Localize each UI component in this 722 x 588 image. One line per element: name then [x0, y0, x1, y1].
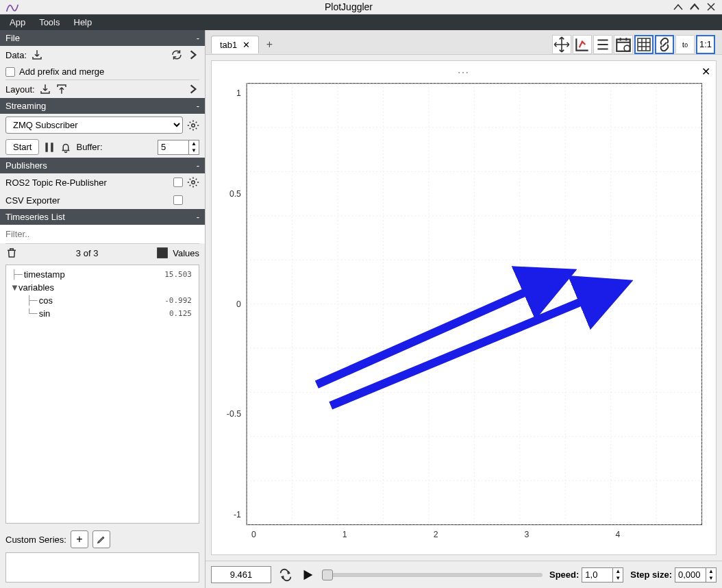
move-icon[interactable]	[552, 35, 571, 54]
tree-value: 15.503	[164, 270, 195, 279]
collapse-icon[interactable]: -	[197, 33, 199, 43]
addprefix-row[interactable]: Add prefix and merge	[0, 64, 205, 79]
close-icon[interactable]	[706, 1, 717, 12]
publishers-header-label: Publishers	[5, 160, 47, 171]
layout-expand-icon[interactable]	[187, 83, 199, 95]
addprefix-label: Add prefix and merge	[19, 66, 104, 77]
timeseries-tree[interactable]: ├─ timestamp 15.503 ▼ variables ├─ cos -…	[5, 265, 199, 524]
menu-tools[interactable]: Tools	[34, 14, 65, 30]
bell-icon[interactable]	[60, 141, 72, 154]
speed-input[interactable]	[582, 568, 612, 581]
load-layout-icon[interactable]	[39, 83, 51, 95]
step-input[interactable]	[675, 568, 706, 581]
bottombar: 9.461 Speed: ▲▼ Step size: ▲▼	[206, 561, 722, 588]
ratio-icon[interactable]: 1:1	[696, 35, 715, 54]
minimize-icon[interactable]	[673, 1, 684, 12]
maximize-icon[interactable]	[689, 1, 700, 12]
time-slider[interactable]	[322, 573, 543, 577]
t0-icon[interactable]: t₀	[675, 35, 695, 54]
speed-spinbox[interactable]: ▲▼	[582, 567, 623, 583]
tree-item-cos[interactable]: ├─ cos -0.992	[8, 294, 197, 307]
tab-tab1[interactable]: tab1 ✕	[211, 36, 259, 53]
start-button[interactable]: Start	[5, 139, 39, 155]
loop-icon[interactable]	[278, 567, 293, 583]
plot-close-icon[interactable]: ✕	[701, 65, 710, 78]
speed-control: Speed: ▲▼	[549, 567, 623, 583]
addprefix-checkbox[interactable]	[5, 67, 15, 77]
spin-up-icon[interactable]: ▲	[706, 568, 716, 575]
publisher-ros2-row: ROS2 Topic Re-Publisher	[0, 173, 205, 191]
spin-up-icon[interactable]: ▲	[189, 140, 199, 147]
tree-label: sin	[39, 308, 51, 319]
add-custom-button[interactable]: +	[71, 530, 88, 548]
expand-icon[interactable]	[187, 49, 199, 61]
streaming-source-row: ZMQ Subscriber	[0, 114, 205, 136]
tab-close-icon[interactable]: ✕	[242, 40, 250, 50]
filter-input[interactable]	[0, 225, 205, 243]
load-data-icon[interactable]	[31, 49, 43, 61]
plot-drag-handle-icon[interactable]: …	[457, 62, 471, 77]
trash-icon[interactable]	[5, 247, 18, 259]
x-tick: 3	[525, 530, 530, 540]
calendar-icon[interactable]	[614, 35, 633, 54]
sidebar: File - Data: Add prefix and merge Layout…	[0, 30, 206, 588]
publisher-ros2-checkbox[interactable]	[173, 177, 183, 187]
tree-item-variables[interactable]: ▼ variables	[8, 281, 197, 294]
tree-label: cos	[39, 295, 53, 306]
tree-value: 0.125	[169, 309, 195, 318]
collapse-icon[interactable]: -	[197, 101, 199, 111]
svg-rect-1	[46, 143, 48, 152]
timeseries-count: 3 of 3	[76, 248, 99, 258]
timeseries-toolbar: 3 of 3 Values	[0, 244, 205, 262]
collapse-icon[interactable]: -	[197, 160, 199, 171]
spin-down-icon[interactable]: ▼	[613, 575, 623, 582]
list-icon[interactable]	[593, 35, 612, 54]
svg-point-6	[624, 45, 630, 51]
tree-item-sin[interactable]: └─ sin 0.125	[8, 307, 197, 320]
edit-custom-button[interactable]	[92, 530, 110, 548]
x-tick: 1	[343, 530, 347, 540]
link-icon[interactable]	[655, 35, 674, 54]
play-icon[interactable]	[300, 567, 315, 583]
x-tick: 0	[251, 530, 256, 540]
pause-icon[interactable]	[43, 141, 55, 154]
step-spinbox[interactable]: ▲▼	[675, 567, 717, 583]
tabbar: tab1 ✕ + t₀ 1:1	[206, 30, 722, 55]
window-title: PlotJuggler	[25, 1, 673, 12]
spin-down-icon[interactable]: ▼	[189, 147, 199, 154]
svg-point-0	[192, 124, 195, 127]
collapse-icon[interactable]: -	[197, 212, 199, 222]
reload-icon[interactable]	[171, 49, 183, 61]
y-tick: 0.5	[229, 190, 241, 199]
publisher-csv-label: CSV Exporter	[5, 195, 60, 206]
streaming-settings-icon[interactable]	[187, 119, 199, 132]
publisher-ros2-settings-icon[interactable]	[187, 176, 199, 188]
publisher-csv-checkbox[interactable]	[173, 195, 183, 205]
tree-item-timestamp[interactable]: ├─ timestamp 15.503	[8, 268, 197, 281]
custom-series-list[interactable]	[5, 552, 199, 583]
spin-up-icon[interactable]: ▲	[613, 568, 623, 575]
menu-app[interactable]: App	[4, 14, 31, 30]
buffer-input[interactable]	[158, 140, 188, 154]
y-tick: 0	[236, 299, 241, 309]
values-toggle-icon[interactable]	[156, 247, 169, 259]
add-tab-button[interactable]: +	[262, 37, 277, 52]
expand-arrow-icon[interactable]: ▼	[10, 282, 17, 293]
spin-down-icon[interactable]: ▼	[706, 575, 716, 582]
app-logo-icon	[5, 0, 19, 14]
data-label: Data:	[5, 50, 27, 60]
slider-thumb[interactable]	[322, 569, 333, 580]
tree-label: timestamp	[24, 269, 65, 280]
plot-area[interactable]: … ✕ 1	[211, 60, 717, 555]
streaming-source-select[interactable]: ZMQ Subscriber	[5, 117, 183, 134]
buffer-spinbox[interactable]: ▲▼	[158, 140, 199, 155]
values-label: Values	[173, 248, 199, 258]
menu-help[interactable]: Help	[69, 14, 98, 30]
publishers-section-header: Publishers -	[0, 158, 205, 173]
svg-rect-4	[158, 249, 167, 258]
axis-icon[interactable]	[573, 35, 592, 54]
save-layout-icon[interactable]	[55, 83, 68, 95]
x-tick: 4	[615, 530, 620, 540]
grid-icon[interactable]	[634, 35, 653, 54]
main-area: tab1 ✕ + t₀ 1:1 … ✕	[206, 30, 722, 588]
